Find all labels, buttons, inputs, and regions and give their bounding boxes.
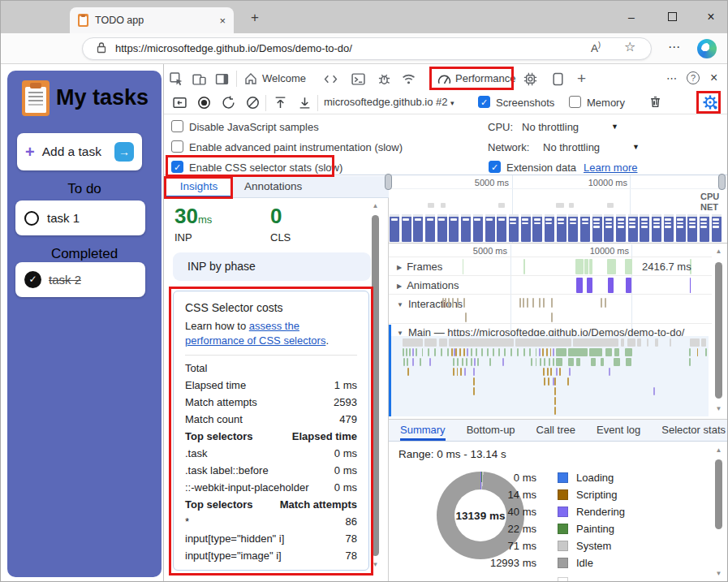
save-profile-icon[interactable] [298,96,314,112]
disable-js-checkbox[interactable] [171,120,183,132]
flame-segment[interactable] [576,358,580,366]
flame-segment[interactable] [589,348,602,356]
tab-performance[interactable]: Performance [455,72,515,84]
load-profile-icon[interactable] [274,96,290,112]
url-text[interactable]: https://microsoftedge.github.io/Demos/de… [115,38,352,59]
flame-segment[interactable] [573,338,618,347]
flame-segment[interactable] [550,348,552,356]
scroll-up-icon[interactable]: ▲ [713,446,724,454]
flame-segment[interactable] [544,377,545,386]
flame-segment[interactable] [701,338,706,347]
extension-data-learn-more-link[interactable]: Learn more [584,162,637,174]
flame-segment[interactable] [605,348,613,356]
filmstrip-thumb[interactable] [616,214,626,242]
flame-segment[interactable] [556,348,566,356]
filmstrip-thumb[interactable] [473,214,483,242]
adv-paint-label[interactable]: Enable advanced paint instrumentation (s… [189,141,403,153]
scrollbar-thumb[interactable] [715,459,722,529]
filmstrip-thumb[interactable] [521,214,531,242]
filmstrip-thumb[interactable] [532,214,542,242]
minimize-button[interactable]: – [619,5,644,29]
flame-segment[interactable] [554,407,556,415]
filmstrip-thumb[interactable] [700,214,709,242]
flame-segment[interactable] [422,348,424,356]
flame-segment[interactable] [614,358,620,366]
flame-segment[interactable] [542,348,544,356]
devtools-close-icon[interactable]: × [710,71,717,85]
filmstrip-thumb[interactable] [425,214,435,242]
flame-segment[interactable] [625,348,632,356]
flame-segment[interactable] [451,348,453,356]
flame-segment[interactable] [655,338,658,347]
flame-segment[interactable] [464,368,466,376]
flame-segment[interactable] [548,377,549,386]
flame-segment[interactable] [455,348,457,356]
flame-segment[interactable] [540,358,541,366]
filmstrip-thumb[interactable] [557,214,566,242]
flame-segment[interactable] [462,358,463,366]
network-conditions-wifi-icon[interactable] [402,72,418,88]
flame-segment[interactable] [543,368,545,376]
bottom-tab-bottom-up[interactable]: Bottom-up [467,420,515,441]
flame-segment[interactable] [457,358,459,366]
dock-side-icon[interactable] [215,72,231,88]
flame-segment[interactable] [523,348,525,356]
close-button[interactable]: × [699,5,723,29]
filmstrip-thumb[interactable] [687,214,697,242]
memory-inspector-icon[interactable] [551,72,567,88]
flame-segment[interactable] [502,358,504,366]
filmstrip-thumb[interactable] [580,214,590,242]
flame-segment[interactable] [412,348,414,356]
device-emulation-icon[interactable] [192,72,209,88]
flame-segment[interactable] [670,338,671,347]
filmstrip-thumb[interactable] [497,214,506,242]
disable-js-label[interactable]: Disable JavaScript samples [189,121,319,133]
trash-icon[interactable] [648,95,665,111]
flame-segment[interactable] [626,358,631,366]
flame-segment[interactable] [489,358,491,366]
scroll-down-icon[interactable]: ▼ [370,561,381,568]
flame-segment[interactable] [689,348,691,356]
filmstrip-thumb[interactable] [676,214,686,242]
flame-segment[interactable] [697,348,699,356]
inp-by-phase-section[interactable]: INP by phase [173,252,371,281]
flame-segment[interactable] [407,358,408,366]
flame-segment[interactable] [429,358,431,366]
flame-segment[interactable] [529,348,531,356]
tab-annotations[interactable]: Annotations [244,176,302,197]
flame-segment[interactable] [536,348,537,356]
flame-segment[interactable] [609,368,610,376]
flame-segment[interactable] [546,348,548,356]
flame-segment[interactable] [627,338,635,347]
overview-left-handle[interactable] [385,174,392,190]
flame-segment[interactable] [493,348,494,356]
flame-segment[interactable] [409,348,411,356]
flame-segment[interactable] [550,368,552,376]
filmstrip-thumb[interactable] [509,214,519,242]
flame-segment[interactable] [434,348,436,356]
task-row-2[interactable]: ✓ task 2 [15,262,145,297]
copilot-icon[interactable] [697,39,717,58]
flame-segment[interactable] [553,348,554,356]
flame-segment[interactable] [544,358,545,366]
flame-segment[interactable] [477,358,479,366]
flame-segment[interactable] [428,348,429,356]
bottom-tab-summary[interactable]: Summary [400,420,446,441]
console-icon[interactable] [351,72,368,88]
flame-segment[interactable] [554,397,556,405]
task-row-1[interactable]: task 1 [15,200,145,235]
flame-segment[interactable] [474,358,476,366]
inspect-element-icon[interactable] [170,72,186,88]
flame-segment[interactable] [457,368,459,376]
scroll-down-icon[interactable]: ▼ [713,570,724,577]
filmstrip-thumb[interactable] [485,214,495,242]
flame-segment[interactable] [412,358,414,366]
network-throttle-caret-icon[interactable]: ▼ [632,143,640,151]
back-to-live-metrics-icon[interactable] [173,96,189,112]
filmstrip-thumb[interactable] [449,214,459,242]
bottom-tab-call-tree[interactable]: Call tree [536,420,575,441]
flame-segment[interactable] [559,368,561,376]
network-throttle-value[interactable]: No throttling [543,141,600,153]
scrollbar-thumb[interactable] [715,262,722,399]
record-and-reload-icon[interactable] [222,96,238,112]
